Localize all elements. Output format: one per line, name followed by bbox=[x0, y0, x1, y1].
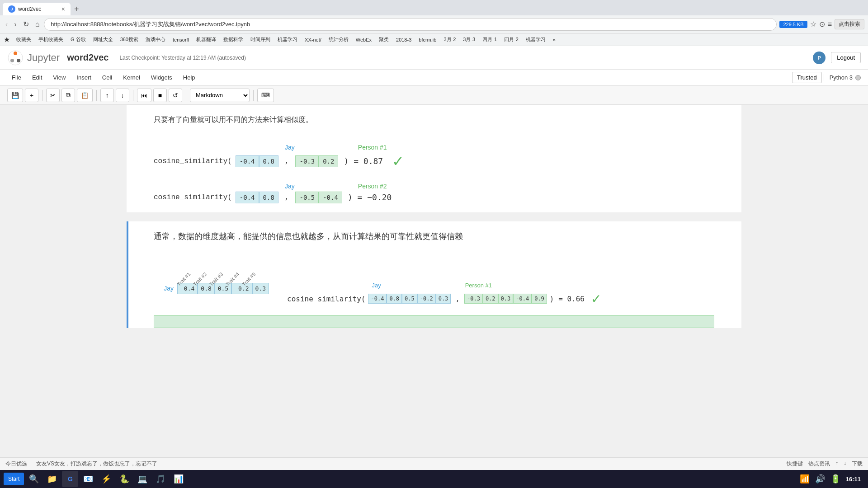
traits-main-container: Trait #1 Trait #2 Trait #3 bbox=[154, 256, 714, 306]
traits-p1-label-top: Person #1 bbox=[465, 282, 492, 289]
notebook-name[interactable]: word2vec bbox=[67, 52, 108, 63]
refresh-button[interactable]: ↻ bbox=[21, 19, 31, 29]
cosine-row2-container: Jay Person #2 cosine_similarity( -0.4 0.… bbox=[154, 183, 714, 203]
notebook-content[interactable]: 只要有了向量就可以用不同的方法来计算相似度。 Jay Person #1 cos… bbox=[0, 105, 868, 488]
save-button[interactable]: 💾 bbox=[7, 89, 23, 102]
stop-button[interactable]: ■ bbox=[153, 89, 167, 102]
start-button[interactable]: Start bbox=[4, 473, 24, 485]
new-tab-button[interactable]: + bbox=[71, 5, 83, 13]
keyboard-shortcuts-button[interactable]: ⌨ bbox=[257, 89, 274, 102]
taskbar-icon-9[interactable]: 📊 bbox=[170, 471, 187, 487]
copy-button[interactable]: ⧉ bbox=[61, 89, 75, 102]
taskbar: Start 🔍 📁 G 📧 ⚡ 🐍 💻 🎵 📊 📶 🔊 🔋 16:11 bbox=[0, 470, 868, 488]
page-size-badge: 229.5 KB bbox=[779, 21, 807, 28]
bookmark-tongji[interactable]: 统计分析 bbox=[326, 36, 351, 43]
status-download[interactable]: 下载 bbox=[852, 460, 863, 468]
tj-vec3: 0.5 bbox=[402, 294, 417, 304]
taskbar-icon-8[interactable]: 🎵 bbox=[152, 471, 169, 487]
run-to-top-button[interactable]: ⏮ bbox=[137, 89, 151, 102]
menu-kernel[interactable]: Kernel bbox=[118, 72, 145, 83]
cosine-formula-row1: cosine_similarity( -0.4 0.8 , -0.3 0.2 )… bbox=[154, 153, 404, 170]
taskbar-icon-4[interactable]: 📧 bbox=[80, 471, 96, 487]
taskbar-icon-3[interactable]: G bbox=[62, 471, 78, 487]
bookmark-apr2[interactable]: 四月-2 bbox=[501, 36, 521, 43]
taskbar-icon-5[interactable]: ⚡ bbox=[98, 471, 114, 487]
taskbar-time: 16:11 bbox=[846, 476, 861, 483]
menu-insert[interactable]: Insert bbox=[72, 72, 96, 83]
cell-type-select[interactable]: MarkdownCodeRaw NBConvert bbox=[190, 89, 250, 102]
jupyter-header: Jupyter word2vec Last Checkpoint: Yester… bbox=[0, 46, 868, 70]
taskbar-icon-7[interactable]: 💻 bbox=[134, 471, 151, 487]
logout-button[interactable]: Logout bbox=[831, 52, 861, 63]
p1-vec-cell2: 0.2 bbox=[319, 155, 338, 167]
bookmark-jiqi2[interactable]: 机器学习 bbox=[523, 36, 548, 43]
bookmark-google[interactable]: G 谷歌 bbox=[68, 36, 89, 43]
bookmark-apr1[interactable]: 四月-1 bbox=[480, 36, 500, 43]
taskbar-icon-1[interactable]: 🔍 bbox=[26, 471, 42, 487]
tj-vec4: -0.2 bbox=[417, 294, 436, 304]
bookmark-shoujishoucangjia[interactable]: 手机收藏夹 bbox=[36, 36, 66, 43]
status-hotspot[interactable]: 热点资讯 bbox=[808, 460, 830, 468]
menu-file[interactable]: File bbox=[7, 72, 26, 83]
forward-button[interactable]: › bbox=[12, 19, 18, 29]
menu-icon[interactable]: ≡ bbox=[828, 20, 832, 28]
url-input[interactable]: http://localhost:8888/notebooks/机器学习实战集锦… bbox=[44, 18, 777, 31]
toolbar-separator-4 bbox=[186, 90, 186, 101]
traits-jay-label: Jay bbox=[372, 282, 381, 289]
share-icon[interactable]: ⊙ bbox=[819, 20, 825, 28]
section-inner: 通常，数据的维度越高，能提供的信息也就越多，从而计算结果的可靠性就更值得信赖 bbox=[127, 221, 741, 252]
checkpoint-info: Last Checkpoint: Yesterday at 12:19 AM (… bbox=[119, 55, 246, 61]
status-down[interactable]: ↓ bbox=[844, 460, 846, 468]
bookmark-xxnet[interactable]: XX-net/ bbox=[302, 37, 324, 43]
traits-p1-vector: -0.3 0.2 0.3 -0.4 0.9 bbox=[464, 294, 547, 304]
search-button[interactable]: 点击搜索 bbox=[835, 19, 864, 29]
add-cell-button[interactable]: + bbox=[25, 89, 38, 102]
home-button[interactable]: ⌂ bbox=[33, 19, 42, 29]
jupyter-brand-text: Jupyter bbox=[27, 52, 60, 64]
run-button[interactable]: ↺ bbox=[169, 89, 182, 102]
status-news: 女友VS女友，打游戏忘了，做饭也忘了，忘记不了 bbox=[36, 460, 157, 468]
bookmark-icon[interactable]: ☆ bbox=[810, 20, 816, 28]
checkmark-traits: ✓ bbox=[591, 291, 601, 306]
bookmark-2018[interactable]: 2018-3 bbox=[393, 37, 414, 43]
bookmark-bfcrm[interactable]: bfcrm.ib bbox=[416, 37, 439, 43]
tab-close-button[interactable]: × bbox=[61, 5, 65, 13]
bookmark-jiqifanyi[interactable]: 机器翻译 bbox=[193, 36, 219, 43]
bookmark-shoucangjia[interactable]: 收藏夹 bbox=[14, 36, 34, 43]
jay-label-2: Jay bbox=[285, 183, 295, 190]
status-up[interactable]: ↑ bbox=[835, 460, 838, 468]
trusted-button[interactable]: Trusted bbox=[792, 72, 822, 83]
menu-bar: File Edit View Insert Cell Kernel Widget… bbox=[0, 70, 868, 86]
checkmark-1: ✓ bbox=[392, 153, 404, 170]
vector-labels-row2: Jay Person #2 bbox=[285, 183, 387, 190]
taskbar-icon-2[interactable]: 📁 bbox=[44, 471, 60, 487]
bookmark-wangzhidaquan[interactable]: 网址大全 bbox=[90, 36, 116, 43]
menu-widgets[interactable]: Widgets bbox=[146, 72, 177, 83]
back-button[interactable]: ‹ bbox=[4, 19, 9, 29]
bookmark-youxizhongxin[interactable]: 游戏中心 bbox=[143, 36, 168, 43]
bookmark-shujukexue[interactable]: 数据科学 bbox=[221, 36, 246, 43]
menu-help[interactable]: Help bbox=[179, 72, 200, 83]
menu-cell[interactable]: Cell bbox=[98, 72, 117, 83]
move-up-button[interactable]: ↑ bbox=[100, 89, 114, 102]
bookmark-mar3[interactable]: 3月-3 bbox=[460, 36, 478, 43]
browser-tab[interactable]: J word2vec × bbox=[3, 3, 71, 15]
status-shortcuts[interactable]: 快捷键 bbox=[787, 460, 803, 468]
paste-button[interactable]: 📋 bbox=[77, 89, 93, 102]
tj-vec2: 0.8 bbox=[387, 294, 402, 304]
cut-button[interactable]: ✂ bbox=[46, 89, 60, 102]
taskbar-icon-6[interactable]: 🐍 bbox=[116, 471, 132, 487]
move-down-button[interactable]: ↓ bbox=[116, 89, 129, 102]
menu-view[interactable]: View bbox=[48, 72, 70, 83]
bookmark-more[interactable]: » bbox=[550, 37, 558, 43]
bookmark-mar2[interactable]: 3月-2 bbox=[441, 36, 458, 43]
bookmark-360sousuo[interactable]: 360搜索 bbox=[118, 36, 141, 43]
bookmark-shijianxulie[interactable]: 时间序列 bbox=[248, 36, 273, 43]
menu-edit[interactable]: Edit bbox=[28, 72, 47, 83]
svg-point-1 bbox=[14, 52, 17, 55]
bookmark-jiqi1[interactable]: 机器学习 bbox=[275, 36, 300, 43]
bookmark-julei[interactable]: 聚类 bbox=[376, 36, 392, 43]
kernel-name: Python 3 bbox=[830, 74, 853, 81]
bookmark-webex[interactable]: WebEx bbox=[353, 37, 374, 43]
bookmark-tensorfl[interactable]: tensorfl bbox=[170, 37, 192, 43]
